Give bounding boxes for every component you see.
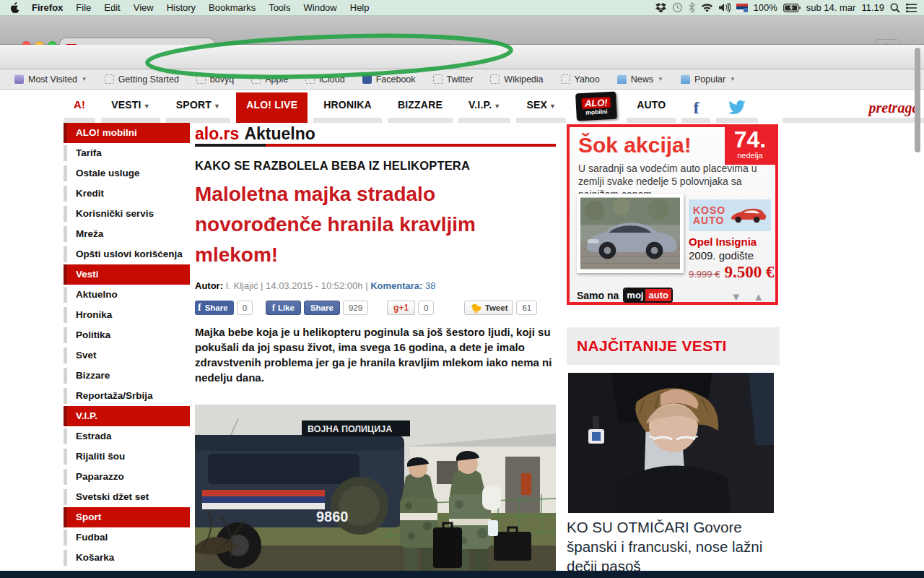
facebook-icon: f [272,303,275,312]
bluetooth-icon[interactable] [689,2,695,13]
sidebar-item[interactable]: Fudbal [64,527,190,548]
ad-car-photo[interactable] [577,194,684,273]
auto-ad-widget[interactable]: Šok akcija! 74. nedelja U saradnji sa vo… [567,124,778,305]
site-search[interactable]: pretraga [783,92,924,123]
site-nav-item[interactable]: V.I.P.▼ [458,92,510,123]
site-facebook-link[interactable]: f [681,92,710,123]
sidebar-item[interactable]: Hronika [64,305,190,325]
spotlight-icon[interactable] [890,3,900,13]
van-number: 9860 [316,509,349,525]
dropbox-icon[interactable] [655,3,666,13]
site-nav-item[interactable]: ALO! LIVE [236,92,308,123]
most-read-item-title[interactable]: KO SU OTMIČARI Govore španski i francusk… [567,517,780,576]
sidebar-item[interactable]: V.I.P. [64,406,190,426]
menubar-date[interactable]: sub 14. mar [806,2,856,13]
menu-history[interactable]: History [160,0,202,16]
sidebar-item[interactable]: Reportaža/Srbija [64,386,190,406]
sidebar-item[interactable]: Tarifa [64,143,190,163]
notification-center-icon[interactable] [906,4,917,12]
site-nav-item[interactable]: VESTI▼ [101,92,160,123]
sidebar-item[interactable]: ALO! mobilni [64,123,190,143]
menubar-clock[interactable]: 11.19 [861,2,884,13]
tweet-button[interactable]: 🐤Tweet [464,301,513,315]
bookmark-item[interactable]: Popular ▼ [674,69,743,90]
bookmark-item[interactable]: Wikipedia [483,69,550,90]
wifi-icon[interactable] [701,3,713,12]
sidebar-item[interactable]: Sport [64,507,190,527]
comments-count[interactable]: 38 [425,280,435,291]
bookmark-item[interactable]: Most Visited ▼ [7,69,95,90]
site-nav-label: VESTI [111,99,141,111]
sidebar-item[interactable]: Svet [64,345,190,366]
menu-file[interactable]: File [69,0,97,16]
sidebar-item[interactable]: Mreža [64,224,190,244]
site-search-label: pretraga [868,100,919,116]
breadcrumb-site[interactable]: alo.rs [195,124,239,143]
scrollbar-thumb[interactable] [915,48,920,152]
sidebar-item[interactable]: Svetski džet set [64,487,190,507]
sidebar-item[interactable]: Vesti [64,264,190,285]
bookmark-item[interactable]: Yahoo [554,69,607,90]
menu-bookmarks[interactable]: Bookmarks [202,0,262,16]
separator: | [261,280,263,291]
alo-mobilni-logo[interactable]: ALO! mobilni [575,92,617,121]
site-twitter-link[interactable] [716,92,758,123]
sidebar-item[interactable]: Rijaliti šou [64,447,190,467]
sidebar-item[interactable]: Košarka [64,548,190,568]
battery-percentage: 100% [754,2,777,13]
bookmark-label: Yahoo [575,74,600,85]
sidebar-item[interactable]: Kredit [64,184,190,204]
volume-icon[interactable] [719,3,731,12]
ad-car-name[interactable]: Opel Insignia [689,236,757,248]
sidebar-item[interactable]: Politika [64,325,190,345]
site-nav-item[interactable]: SPORT▼ [166,92,230,123]
battery-icon[interactable] [783,4,801,12]
bookmark-item[interactable]: News ▼ [610,69,671,90]
sidebar-item[interactable]: Estrada [64,426,190,447]
comments-label[interactable]: Komentara: [370,280,422,291]
bookmark-item[interactable]: bdvyq [189,69,241,90]
facebook-share-button[interactable]: fShare [195,301,234,315]
menu-help[interactable]: Help [344,0,376,16]
google-plus-count: 0 [418,301,434,315]
chevron-down-icon: ▼ [144,103,150,110]
bookmark-item[interactable]: Facebook [355,69,423,90]
most-read-header-label: NAJČITANIJE VESTI [577,337,727,355]
sidebar-item[interactable]: Paparazzo [64,467,190,487]
site-nav-item[interactable]: AUTO [627,92,676,123]
menubar-app-name[interactable]: Firefox [25,0,69,16]
facebook-like-button[interactable]: fLike [266,301,301,315]
google-plus-one-button[interactable]: g+1 [387,301,415,315]
sidebar-item-label: ALO! mobilni [76,127,137,138]
menu-edit[interactable]: Edit [97,0,126,16]
site-nav-item[interactable]: BIZZARE [388,92,453,123]
ad-footer-text: Samo na [577,290,619,301]
most-read-photo[interactable] [568,373,774,513]
sidebar-item[interactable]: Korisnički servis [64,204,190,224]
site-nav-item[interactable]: SEX▼ [516,92,566,123]
menu-tools[interactable]: Tools [262,0,297,16]
tweet-count: 61 [516,301,537,315]
bookmark-item[interactable]: Apple [244,69,295,90]
sidebar-item[interactable]: Opšti uslovi korišćenja [64,244,190,264]
mojauto-logo[interactable]: mojauto [623,288,673,303]
bookmark-item[interactable]: iCloud [298,69,352,90]
facebook-like-share-button[interactable]: Share [304,301,340,315]
bookmark-label: Getting Started [118,74,179,85]
bookmark-item[interactable]: Getting Started [97,69,186,90]
sidebar-item[interactable]: Aktuelno [64,285,190,305]
ad-carousel-arrows[interactable]: ▼ ▲ [731,290,768,303]
breadcrumb-section[interactable]: Aktuelno [244,124,315,143]
sidebar-item[interactable]: Ostale usluge [64,163,190,184]
menu-view[interactable]: View [127,0,160,16]
menu-window[interactable]: Window [297,0,344,16]
site-nav-item[interactable]: HRONIKA [313,92,382,123]
input-language-flag-icon[interactable] [736,4,748,12]
sidebar-item-label: Fudbal [76,532,108,543]
sidebar-item[interactable]: Bizzare [64,366,190,386]
bookmark-item[interactable]: Twitter [426,69,481,90]
sidebar-item-label: Paparazzo [76,471,124,482]
apple-menu[interactable] [0,2,25,13]
site-nav-item[interactable]: A! [64,92,95,123]
time-machine-icon[interactable] [672,2,683,13]
